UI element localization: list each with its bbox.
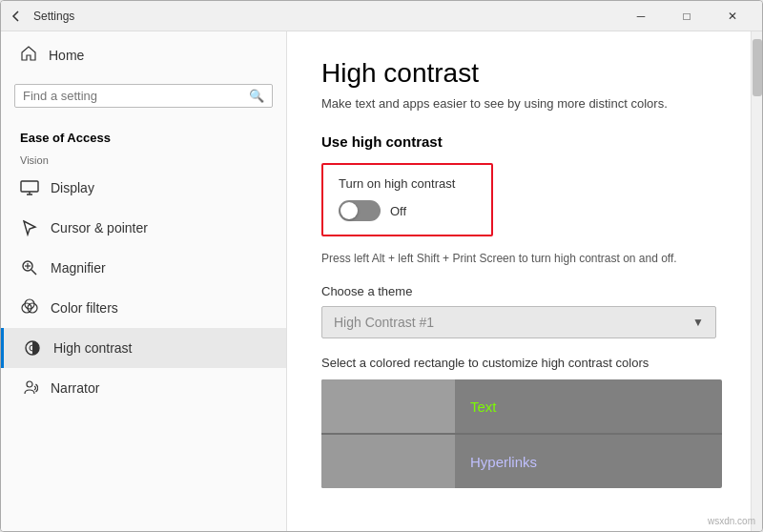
text-color-swatch[interactable] <box>321 379 455 433</box>
window-title: Settings <box>33 10 619 23</box>
sidebar-item-colorfilters[interactable]: Color filters <box>1 288 286 328</box>
watermark: wsxdn.com <box>708 516 755 526</box>
sidebar: Home 🔍 Ease of Access Vision Display <box>1 31 287 531</box>
toggle-knob <box>340 202 358 219</box>
scrollbar[interactable] <box>751 31 762 531</box>
color-row-text[interactable]: Text <box>321 379 722 433</box>
search-input[interactable] <box>23 89 249 103</box>
sidebar-section-label: Ease of Access <box>1 123 286 149</box>
sidebar-item-colorfilters-label: Color filters <box>51 300 118 316</box>
sidebar-item-highcontrast-label: High contrast <box>53 340 132 356</box>
back-button[interactable] <box>9 9 24 24</box>
scrollbar-thumb[interactable] <box>753 39 762 96</box>
sidebar-item-cursor-label: Cursor & pointer <box>51 220 148 235</box>
sidebar-item-narrator-label: Narrator <box>51 380 99 396</box>
color-preview-box: Text Hyperlinks <box>321 379 722 488</box>
theme-dropdown[interactable]: High Contrast #1 ▼ <box>321 306 716 338</box>
color-row-hyperlinks[interactable]: Hyperlinks <box>321 435 722 488</box>
sidebar-subsection-vision: Vision <box>1 149 286 168</box>
home-nav-item[interactable]: Home <box>1 31 286 78</box>
sidebar-item-narrator[interactable]: Narrator <box>1 368 286 408</box>
chevron-down-icon: ▼ <box>692 316 704 329</box>
search-icon: 🔍 <box>249 89 264 103</box>
page-title: High contrast <box>321 58 716 89</box>
keyboard-shortcut-hint: Press left Alt + left Shift + Print Scre… <box>321 252 716 265</box>
home-label: Home <box>49 48 84 63</box>
text-color-label: Text <box>455 399 512 415</box>
home-icon <box>20 45 37 65</box>
title-bar: Settings ─ □ ✕ <box>1 1 762 31</box>
toggle-row: Off <box>339 200 476 221</box>
choose-theme-label: Choose a theme <box>321 284 716 298</box>
theme-value: High Contrast #1 <box>334 315 434 330</box>
hyperlinks-color-label: Hyperlinks <box>455 454 552 470</box>
toggle-label: Turn on high contrast <box>339 176 476 191</box>
sidebar-item-cursor[interactable]: Cursor & pointer <box>1 208 286 248</box>
colorfilters-icon <box>20 298 39 317</box>
sidebar-item-magnifier[interactable]: Magnifier <box>1 248 286 288</box>
sidebar-item-highcontrast[interactable]: High contrast <box>1 328 286 368</box>
toggle-box: Turn on high contrast Off <box>321 163 493 236</box>
content-area: Home 🔍 Ease of Access Vision Display <box>1 31 762 531</box>
page-description: Make text and apps easier to see by usin… <box>321 96 716 111</box>
sidebar-item-display-label: Display <box>51 180 94 195</box>
cursor-icon <box>20 218 39 237</box>
high-contrast-toggle[interactable] <box>339 200 381 221</box>
toggle-state-label: Off <box>390 204 406 218</box>
maximize-button[interactable]: □ <box>665 1 709 31</box>
svg-line-4 <box>31 270 36 275</box>
minimize-button[interactable]: ─ <box>619 1 663 31</box>
highcontrast-icon <box>23 338 42 358</box>
window-controls: ─ □ ✕ <box>619 1 754 31</box>
settings-window: Settings ─ □ ✕ Home 🔍 Ease of Access <box>0 0 763 532</box>
sidebar-item-magnifier-label: Magnifier <box>51 260 106 276</box>
search-box[interactable]: 🔍 <box>14 84 273 108</box>
use-high-contrast-section-title: Use high contrast <box>321 133 716 150</box>
display-icon <box>20 178 39 197</box>
svg-rect-0 <box>21 181 38 192</box>
svg-point-12 <box>27 381 32 387</box>
sidebar-item-display[interactable]: Display <box>1 168 286 208</box>
select-colors-label: Select a colored rectangle to customize … <box>321 356 716 370</box>
main-content: High contrast Make text and apps easier … <box>287 31 751 531</box>
close-button[interactable]: ✕ <box>711 1 754 31</box>
hyperlinks-color-swatch[interactable] <box>321 435 455 488</box>
magnifier-icon <box>20 258 39 277</box>
narrator-icon <box>20 379 39 398</box>
